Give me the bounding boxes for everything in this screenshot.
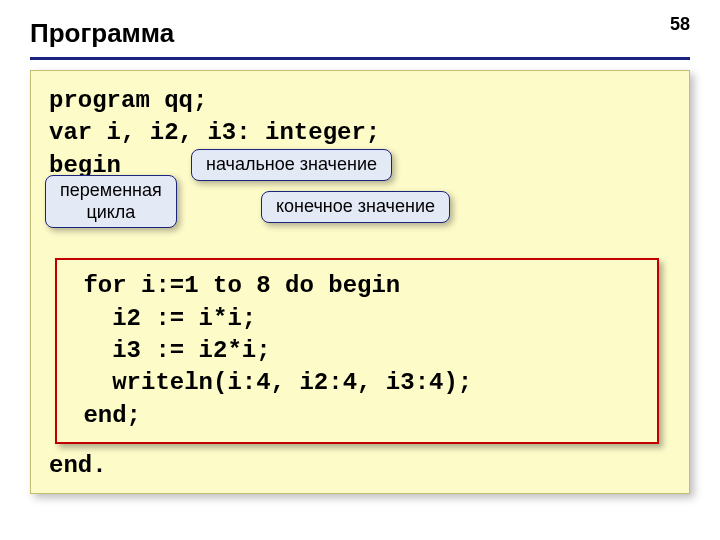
code-line: for i:=1 to 8 do begin <box>69 270 645 302</box>
title-divider <box>30 57 690 60</box>
code-block: program qq; var i, i2, i3: integer; begi… <box>30 70 690 494</box>
slide-title: Программа <box>30 18 690 49</box>
code-line: var i, i2, i3: integer; <box>49 117 671 149</box>
callout-initial-value: начальное значение <box>191 149 392 181</box>
callout-loop-variable: переменная цикла <box>45 175 177 228</box>
callout-text: переменная <box>60 180 162 200</box>
callout-text: цикла <box>86 202 135 222</box>
code-line: end. <box>49 450 671 482</box>
code-line: end; <box>69 400 645 432</box>
code-line: i3 := i2*i; <box>69 335 645 367</box>
callout-final-value: конечное значение <box>261 191 450 223</box>
loop-box: for i:=1 to 8 do begin i2 := i*i; i3 := … <box>55 258 659 444</box>
code-line: writeln(i:4, i2:4, i3:4); <box>69 367 645 399</box>
code-line: i2 := i*i; <box>69 303 645 335</box>
code-line: program qq; <box>49 85 671 117</box>
slide: 58 Программа program qq; var i, i2, i3: … <box>0 0 720 540</box>
page-number: 58 <box>670 14 690 35</box>
